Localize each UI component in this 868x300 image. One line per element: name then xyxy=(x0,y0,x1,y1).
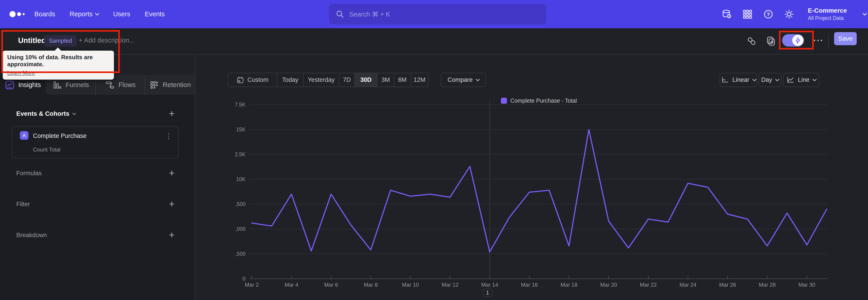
share-link-icon[interactable] xyxy=(747,36,756,46)
event-card[interactable]: A Complete Purchase ⋮ Count Total xyxy=(12,126,179,158)
chevron-down-icon xyxy=(72,111,76,115)
help-icon[interactable]: ? xyxy=(763,9,774,20)
mixpanel-logo-icon[interactable] xyxy=(9,0,25,28)
sampling-toggle-knob xyxy=(792,35,803,46)
settings-gear-icon[interactable] xyxy=(784,9,794,20)
chevron-down-icon xyxy=(475,77,480,81)
range-3m[interactable]: 3M xyxy=(377,73,394,87)
y-axis-label: 0 xyxy=(243,276,246,282)
legend-label: Complete Purchase - Total xyxy=(510,97,577,104)
nav-item-events[interactable]: Events xyxy=(145,10,165,18)
calendar-icon xyxy=(237,76,244,84)
x-axis-label: Mar 20 xyxy=(600,282,617,288)
events-cohorts-label: Events & Cohorts xyxy=(16,110,69,117)
nav-item-reports[interactable]: Reports xyxy=(70,10,99,18)
group-label: Formulas xyxy=(16,170,42,177)
add-event-button[interactable]: + xyxy=(169,110,175,118)
nav-item-label: Users xyxy=(113,10,130,18)
x-axis-label: Mar 4 xyxy=(285,282,298,288)
sampling-toggle[interactable] xyxy=(782,34,804,47)
add-breakdown-button[interactable]: + xyxy=(169,231,175,239)
add-description-field[interactable]: + Add description... xyxy=(79,37,134,44)
y-axis-label: 15K xyxy=(236,127,246,132)
date-range-selector: CustomTodayYesterday7D30D3M6M12M xyxy=(228,73,429,87)
scale-dropdown[interactable]: Linear xyxy=(720,73,757,87)
sidebar-group-formulas: Formulas+ xyxy=(16,169,175,177)
y-axis-label: 2,500 xyxy=(235,251,246,257)
report-title[interactable]: Untitled xyxy=(18,36,46,45)
tab-retention[interactable]: Retention xyxy=(145,75,195,95)
x-axis-label: Mar 2 xyxy=(245,282,258,288)
range-label: 30D xyxy=(360,77,372,83)
chevron-down-icon xyxy=(775,77,779,81)
nav-item-label: Events xyxy=(145,10,165,18)
sidebar-group-filter: Filter+ xyxy=(16,200,175,208)
x-axis-label: Mar 8 xyxy=(364,282,378,288)
lightning-bolt-icon xyxy=(795,37,801,44)
more-options-button[interactable]: ⋯ xyxy=(813,34,824,46)
data-series-line[interactable] xyxy=(252,129,827,252)
nav-item-boards[interactable]: Boards xyxy=(34,10,55,18)
sidebar-group-breakdown: Breakdown+ xyxy=(16,231,175,239)
sidebar-divider xyxy=(195,55,195,300)
compare-button[interactable]: Compare xyxy=(441,73,486,87)
line-chart[interactable]: 02,5005,0007,50010K12.5K15K17.5KMar 2Mar… xyxy=(235,96,836,300)
nav-item-label: Boards xyxy=(34,10,55,18)
add-to-board-icon[interactable] xyxy=(766,36,776,46)
titlebar-vertical-divider xyxy=(828,35,829,47)
x-axis-label: Mar 14 xyxy=(481,282,498,288)
search-input[interactable]: Search ⌘ + K xyxy=(329,4,546,24)
interval-dropdown[interactable]: Day xyxy=(758,73,781,87)
sampling-tooltip-text: Using 10% of data. Results are approxima… xyxy=(7,54,110,68)
range-label: Today xyxy=(282,77,298,83)
range-7d[interactable]: 7D xyxy=(339,73,354,87)
nav-item-users[interactable]: Users xyxy=(113,10,130,18)
x-axis-label: Mar 10 xyxy=(402,282,419,288)
apps-grid-icon[interactable] xyxy=(742,9,753,20)
range-custom[interactable]: Custom xyxy=(228,73,277,87)
line-chart-icon xyxy=(786,76,794,84)
y-axis-label: 7,500 xyxy=(235,201,246,207)
pagination-page-1[interactable]: 1 xyxy=(483,289,492,297)
range-6m[interactable]: 6M xyxy=(394,73,410,87)
range-yesterday[interactable]: Yesterday xyxy=(303,73,339,87)
y-axis-label: 17.5K xyxy=(235,102,246,108)
funnels-icon xyxy=(52,80,62,90)
nav-items: BoardsReportsUsersEvents xyxy=(34,0,165,28)
add-formulas-button[interactable]: + xyxy=(169,169,175,177)
y-axis-label: 10K xyxy=(236,176,246,182)
project-scope: All Project Data xyxy=(808,15,847,21)
save-button[interactable]: Save xyxy=(834,32,857,45)
data-management-icon[interactable] xyxy=(721,9,732,20)
learn-more-link[interactable]: Learn More xyxy=(7,70,35,76)
chevron-down-icon xyxy=(752,77,756,81)
event-kebab-menu[interactable]: ⋮ xyxy=(165,131,172,140)
project-selector[interactable]: E-Commerce All Project Data xyxy=(808,7,847,21)
scale-label: Linear xyxy=(733,77,749,83)
range-30d[interactable]: 30D xyxy=(354,73,377,87)
compare-label: Compare xyxy=(447,77,473,83)
range-today[interactable]: Today xyxy=(277,73,303,87)
range-label: Yesterday xyxy=(308,77,335,83)
add-filter-button[interactable]: + xyxy=(169,200,175,208)
range-label: 6M xyxy=(398,77,407,83)
range-label: 7D xyxy=(343,77,351,83)
linear-scale-icon xyxy=(721,76,729,84)
search-icon xyxy=(335,9,345,20)
project-name: E-Commerce xyxy=(808,7,847,14)
chart-legend[interactable]: Complete Purchase - Total xyxy=(501,97,577,104)
chart-type-dropdown[interactable]: Line xyxy=(783,73,819,87)
interval-label: Day xyxy=(761,77,772,83)
x-axis-label: Mar 24 xyxy=(680,282,696,288)
events-cohorts-title[interactable]: Events & Cohorts xyxy=(16,110,75,117)
y-axis-label: 12.5K xyxy=(235,151,246,157)
range-12m[interactable]: 12M xyxy=(410,73,428,87)
event-metric[interactable]: Count Total xyxy=(33,147,60,153)
tab-label: Retention xyxy=(163,81,191,89)
titlebar-divider xyxy=(0,54,868,55)
sampled-badge[interactable]: Sampled xyxy=(44,35,76,47)
chevron-down-icon xyxy=(812,77,816,81)
chevron-down-icon[interactable] xyxy=(863,11,867,16)
chevron-down-icon xyxy=(95,11,99,16)
nav-item-label: Reports xyxy=(70,10,93,18)
